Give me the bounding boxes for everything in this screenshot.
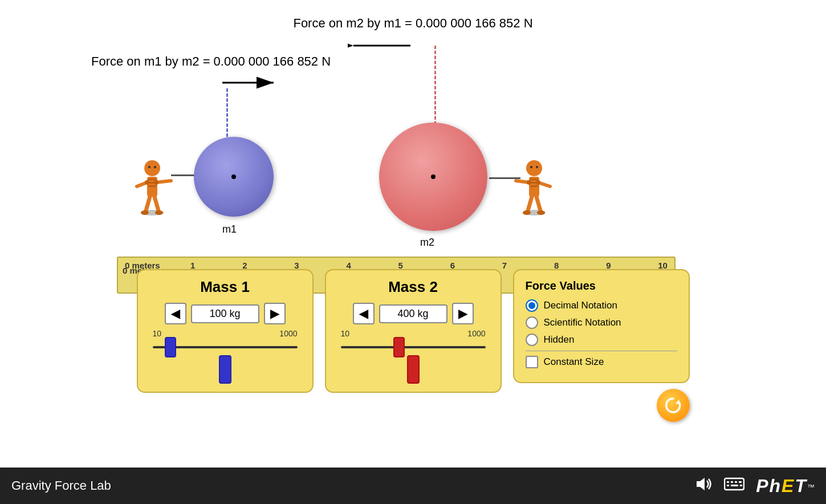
mass1-slider[interactable] — [153, 346, 298, 348]
sphere-m1[interactable] — [194, 137, 274, 217]
svg-point-22 — [526, 160, 542, 176]
bottom-bar: Gravity Force Lab P — [0, 468, 826, 504]
force-label-m1: Force on m1 by m2 = 0.000 000 166 852 N — [91, 54, 331, 69]
mass2-title: Mass 2 — [337, 278, 489, 296]
svg-point-32 — [523, 210, 531, 215]
keyboard-icon[interactable] — [724, 476, 744, 496]
scientific-notation-row[interactable]: Scientific Notation — [526, 316, 677, 329]
sound-icon[interactable] — [694, 476, 713, 496]
hidden-radio[interactable] — [526, 334, 538, 346]
mass2-decrease-button[interactable]: ◀ — [353, 303, 375, 324]
svg-marker-67 — [697, 478, 705, 490]
mass2-panel: Mass 2 ◀ 400 kg ▶ 10 1000 — [325, 269, 502, 393]
svg-rect-70 — [731, 481, 733, 483]
constant-size-checkbox[interactable] — [526, 356, 538, 368]
sphere-m2[interactable] — [379, 123, 487, 231]
figure-left — [131, 145, 177, 220]
svg-point-24 — [536, 166, 538, 168]
scientific-notation-label: Scientific Notation — [544, 317, 621, 328]
svg-rect-73 — [727, 485, 729, 486]
svg-rect-11 — [148, 185, 156, 187]
svg-point-17 — [155, 210, 163, 215]
hidden-row[interactable]: Hidden — [526, 334, 677, 346]
svg-rect-9 — [148, 178, 156, 180]
svg-point-8 — [154, 166, 156, 168]
mass1-increase-button[interactable]: ▶ — [264, 303, 286, 324]
mass1-title: Mass 1 — [149, 278, 301, 296]
controls-area: Mass 1 ◀ 100 kg ▶ 10 1000 Mass 2 ◀ 400 k… — [0, 269, 826, 428]
radio-inner-decimal — [528, 302, 535, 309]
decimal-notation-row[interactable]: Decimal Notation — [526, 299, 677, 312]
mass1-decrease-button[interactable]: ◀ — [165, 303, 186, 324]
svg-point-6 — [144, 160, 160, 176]
svg-marker-66 — [676, 400, 680, 404]
divider — [526, 351, 677, 351]
phet-p: P — [756, 475, 768, 497]
simulation-area: Force on m2 by m1 = 0.000 000 166 852 N … — [0, 0, 826, 468]
mass1-value: 100 kg — [191, 304, 259, 323]
bottom-icons: P h E T ™ — [694, 475, 815, 497]
svg-rect-68 — [725, 478, 744, 490]
svg-rect-27 — [530, 185, 538, 187]
constant-size-label: Constant Size — [544, 356, 604, 368]
phet-t: T — [795, 475, 806, 497]
svg-rect-74 — [731, 485, 738, 486]
mass2-slider[interactable] — [341, 346, 486, 348]
constant-size-row[interactable]: Constant Size — [526, 356, 677, 368]
mass1-slider-handle[interactable] — [219, 355, 231, 384]
force-values-panel: Force Values Decimal Notation Scientific… — [513, 269, 690, 383]
sphere-m1-center — [231, 174, 236, 179]
svg-point-16 — [141, 210, 149, 215]
svg-point-34 — [527, 180, 531, 185]
svg-point-7 — [148, 166, 150, 168]
mass2-slider-handle[interactable] — [407, 355, 420, 384]
svg-rect-25 — [530, 178, 538, 180]
phet-e: E — [782, 475, 794, 497]
svg-rect-72 — [739, 481, 742, 483]
sphere-m1-label: m1 — [222, 223, 237, 235]
svg-point-35 — [536, 180, 540, 185]
decimal-notation-label: Decimal Notation — [544, 300, 617, 311]
phet-tm: ™ — [807, 483, 815, 491]
phet-h: h — [770, 475, 781, 497]
force-arrow-m2 — [348, 37, 416, 54]
app-title: Gravity Force Lab — [11, 478, 694, 493]
svg-rect-75 — [740, 485, 742, 486]
figure-right — [513, 145, 559, 220]
hidden-label: Hidden — [544, 334, 575, 346]
sphere-m2-center — [431, 174, 436, 179]
svg-point-19 — [145, 180, 149, 185]
mass2-increase-button[interactable]: ▶ — [452, 303, 474, 324]
svg-rect-71 — [735, 481, 737, 483]
svg-point-33 — [537, 210, 545, 215]
svg-rect-69 — [727, 481, 729, 483]
force-label-m2: Force on m2 by m1 = 0.000 000 166 852 N — [0, 16, 826, 31]
svg-point-23 — [530, 166, 532, 168]
sphere-m2-label: m2 — [420, 237, 434, 249]
mass2-value: 400 kg — [379, 304, 447, 323]
decimal-notation-radio[interactable] — [526, 299, 538, 312]
mass1-panel: Mass 1 ◀ 100 kg ▶ 10 1000 — [137, 269, 314, 393]
reset-icon — [664, 396, 682, 414]
scientific-notation-radio[interactable] — [526, 316, 538, 329]
force-panel-title: Force Values — [526, 279, 677, 292]
svg-point-18 — [154, 180, 158, 185]
phet-logo: P h E T ™ — [756, 475, 815, 497]
reset-button[interactable] — [657, 389, 690, 422]
